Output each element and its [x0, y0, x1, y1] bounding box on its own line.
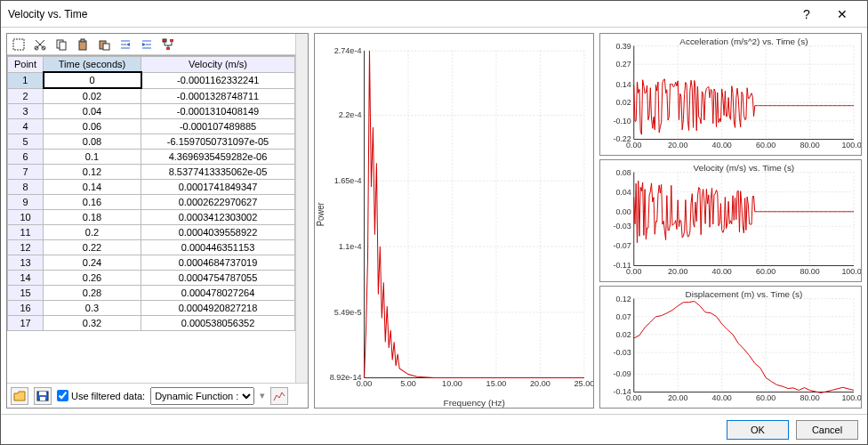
svg-rect-13: [39, 392, 46, 395]
velocity-chart-panel: 0.0020.0040.0060.0080.00100.00-0.11-0.07…: [599, 159, 862, 282]
col-point[interactable]: Point: [8, 57, 44, 73]
cell-point: 13: [8, 255, 44, 271]
cell-time[interactable]: 0.18: [44, 210, 141, 225]
cell-velocity[interactable]: 0.0004754787055: [141, 271, 295, 286]
cell-time[interactable]: 0.32: [44, 316, 141, 331]
table-row[interactable]: 160.30.0004920827218: [8, 301, 295, 316]
svg-text:15.00: 15.00: [486, 379, 507, 388]
table-row[interactable]: 70.128.5377413335062e-05: [8, 165, 295, 180]
refresh-chart-icon[interactable]: [270, 387, 288, 405]
svg-text:-0.11: -0.11: [613, 262, 631, 271]
tree-icon[interactable]: [160, 36, 176, 53]
select-icon[interactable]: [11, 36, 27, 53]
help-button[interactable]: ?: [789, 2, 824, 27]
table-row[interactable]: 40.06-0.000107489885: [8, 119, 295, 134]
cell-time[interactable]: 0.2: [44, 225, 141, 240]
cell-time[interactable]: 0.14: [44, 180, 141, 195]
cell-velocity[interactable]: 0.0004684737019: [141, 255, 295, 271]
table-row[interactable]: 100.180.0003412303002: [8, 210, 295, 225]
displacement-chart-panel: 0.0020.0040.0060.0080.00100.00-0.14-0.09…: [599, 286, 862, 409]
left-scrollbar[interactable]: [295, 34, 308, 383]
cell-velocity[interactable]: 8.5377413335062e-05: [141, 165, 295, 180]
cell-time[interactable]: 0.24: [44, 255, 141, 271]
dialog-footer: OK Cancel: [1, 414, 867, 444]
copy-icon[interactable]: [53, 36, 69, 53]
table-row[interactable]: 50.08-6.1597050731097e-05: [8, 134, 295, 150]
cell-time[interactable]: 0.28: [44, 286, 141, 301]
cell-velocity[interactable]: 0.0004920827218: [141, 301, 295, 316]
cell-point: 17: [8, 316, 44, 331]
svg-text:80.00: 80.00: [800, 267, 819, 276]
ok-button[interactable]: OK: [727, 420, 789, 440]
cell-point: 6: [8, 150, 44, 165]
cell-point: 8: [8, 180, 44, 195]
col-time[interactable]: Time (seconds): [44, 57, 141, 73]
table-row[interactable]: 170.320.000538056352: [8, 316, 295, 331]
cell-point: 7: [8, 165, 44, 180]
col-velocity[interactable]: Velocity (m/s): [141, 57, 295, 73]
power-spectrum-chart: 0.005.0010.0015.0020.0025.008.92e-145.49…: [315, 34, 593, 408]
cell-velocity[interactable]: -0.0001162332241: [141, 72, 295, 88]
use-filtered-input[interactable]: [57, 390, 68, 401]
filter-function-select[interactable]: Dynamic Function :: [150, 387, 254, 405]
svg-text:2.74e-4: 2.74e-4: [334, 46, 362, 55]
cell-time[interactable]: 0.04: [44, 104, 141, 119]
table-row[interactable]: 10-0.0001162332241: [8, 72, 295, 88]
open-file-icon[interactable]: [11, 387, 28, 405]
cell-time[interactable]: 0.3: [44, 301, 141, 316]
cell-velocity[interactable]: -0.0001328748711: [141, 88, 295, 104]
svg-text:Frequency (Hz): Frequency (Hz): [443, 398, 504, 408]
cut-icon[interactable]: [32, 36, 48, 53]
svg-text:10.00: 10.00: [442, 379, 462, 388]
table-row[interactable]: 140.260.0004754787055: [8, 271, 295, 286]
cell-velocity[interactable]: 0.0004039558922: [141, 225, 295, 240]
cell-time[interactable]: 0: [44, 72, 141, 88]
table-row[interactable]: 30.04-0.0001310408149: [8, 104, 295, 119]
cell-velocity[interactable]: 0.000446351153: [141, 240, 295, 255]
cell-time[interactable]: 0.12: [44, 165, 141, 180]
paste-special-icon[interactable]: [96, 36, 112, 53]
svg-text:1.1e-4: 1.1e-4: [339, 242, 362, 251]
cell-time[interactable]: 0.16: [44, 195, 141, 210]
svg-text:25.00: 25.00: [575, 379, 593, 388]
table-row[interactable]: 80.140.0001741849347: [8, 180, 295, 195]
svg-text:Power: Power: [316, 202, 326, 227]
cell-velocity[interactable]: 0.0001741849347: [141, 180, 295, 195]
cell-velocity[interactable]: -6.1597050731097e-05: [141, 134, 295, 150]
close-button[interactable]: ✕: [824, 2, 860, 27]
cell-time[interactable]: 0.1: [44, 150, 141, 165]
cell-velocity[interactable]: 0.0003412303002: [141, 210, 295, 225]
svg-text:0.39: 0.39: [615, 42, 631, 51]
cell-point: 12: [8, 240, 44, 255]
indent-right-icon[interactable]: [139, 36, 155, 53]
table-row[interactable]: 90.160.0002622970627: [8, 195, 295, 210]
svg-text:0.27: 0.27: [615, 60, 631, 69]
cell-time[interactable]: 0.02: [44, 88, 141, 104]
dialog-window: Velocity vs. Time ? ✕ Point Ti: [0, 0, 868, 445]
svg-rect-4: [60, 42, 66, 50]
cell-time[interactable]: 0.08: [44, 134, 141, 150]
table-row[interactable]: 60.14.3696935459282e-06: [8, 150, 295, 165]
data-table-wrap[interactable]: Point Time (seconds) Velocity (m/s) 10-0…: [7, 55, 295, 383]
save-icon[interactable]: [34, 387, 52, 405]
cell-velocity[interactable]: -0.0001310408149: [141, 104, 295, 119]
table-row[interactable]: 110.20.0004039558922: [8, 225, 295, 240]
indent-left-icon[interactable]: [117, 36, 133, 53]
cell-time[interactable]: 0.26: [44, 271, 141, 286]
cell-velocity[interactable]: -0.000107489885: [141, 119, 295, 134]
cell-velocity[interactable]: 0.000538056352: [141, 316, 295, 331]
table-row[interactable]: 150.280.000478027264: [8, 286, 295, 301]
main-chart-panel: 0.005.0010.0015.0020.0025.008.92e-145.49…: [314, 33, 594, 409]
paste-icon[interactable]: [75, 36, 91, 53]
table-row[interactable]: 20.02-0.0001328748711: [8, 88, 295, 104]
use-filtered-checkbox[interactable]: Use filtered data:: [57, 390, 145, 401]
cell-time[interactable]: 0.22: [44, 240, 141, 255]
cell-velocity[interactable]: 0.000478027264: [141, 286, 295, 301]
cancel-button[interactable]: Cancel: [796, 420, 858, 440]
svg-rect-11: [166, 47, 170, 50]
cell-time[interactable]: 0.06: [44, 119, 141, 134]
cell-velocity[interactable]: 4.3696935459282e-06: [141, 150, 295, 165]
table-row[interactable]: 120.220.000446351153: [8, 240, 295, 255]
table-row[interactable]: 130.240.0004684737019: [8, 255, 295, 271]
cell-velocity[interactable]: 0.0002622970627: [141, 195, 295, 210]
